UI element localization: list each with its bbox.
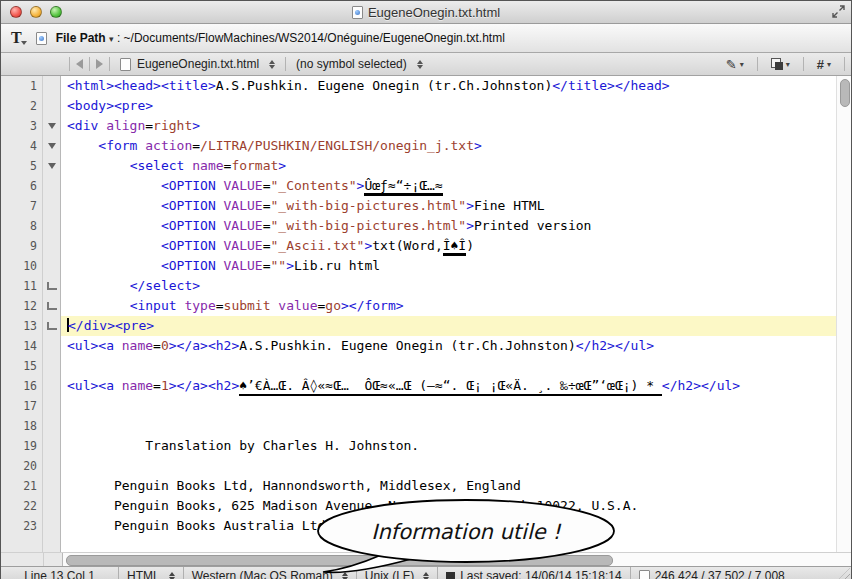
code-segment (67, 238, 161, 253)
code-line[interactable]: 12 <input type=submit value=go></form> (1, 296, 836, 316)
code-segment: <body><pre> (67, 98, 153, 113)
vertical-scrollbar-thumb[interactable] (840, 79, 850, 107)
file-path[interactable]: File Path ▾ : ~/Documents/FlowMachines/W… (56, 31, 505, 45)
pencil-menu-button[interactable]: ✎ ▾ (719, 57, 751, 72)
code-line[interactable]: 8 <OPTION VALUE="_with-big-pictures.html… (1, 216, 836, 236)
code-text[interactable]: <OPTION VALUE="_with-big-pictures.html">… (61, 196, 836, 216)
code-text[interactable] (61, 456, 836, 476)
fold-end-marker[interactable] (43, 276, 61, 296)
code-text[interactable]: <input type=submit value=go></form> (61, 296, 836, 316)
code-text[interactable]: <html><head><title>A.S.Pushkin. Eugene O… (61, 76, 836, 96)
code-text[interactable]: <OPTION VALUE="_Contents">Ûœƒ≈“÷¡Œ…≈ (61, 176, 836, 196)
code-line[interactable]: 19 Translation by Charles H. Johnston. (1, 436, 836, 456)
navigation-bar: EugeneOnegin.txt.html (no symbol selecte… (1, 53, 851, 76)
code-area[interactable]: 1<html><head><title>A.S.Pushkin. Eugene … (1, 76, 836, 552)
code-text[interactable]: <select name=format> (61, 156, 836, 176)
fold-end-marker[interactable] (43, 296, 61, 316)
code-segment: </h2></ul> (662, 378, 740, 393)
code-line[interactable]: 4 <form action=/LITRA/PUSHKIN/ENGLISH/on… (1, 136, 836, 156)
code-text[interactable]: <OPTION VALUE="_Ascii.txt">txt(Word,Î♠Î) (61, 236, 836, 256)
gutter-cell (43, 196, 61, 216)
code-segment: align (106, 118, 145, 133)
annotated-text: Ûœƒ≈“÷¡Œ…≈ (364, 178, 442, 196)
code-segment: /LITRA/PUSHKIN/ENGLISH/onegin_j.txt (200, 138, 474, 153)
code-segment: "_Ascii.txt" (271, 238, 365, 253)
code-segment: submit (224, 298, 271, 313)
code-line[interactable]: 13</div><pre> (1, 316, 836, 336)
code-segment: VALUE (224, 198, 263, 213)
code-text[interactable]: </div><pre> (61, 316, 836, 336)
code-line[interactable]: 20 (1, 456, 836, 476)
code-segment: <ul><a (67, 338, 122, 353)
gutter (43, 536, 61, 552)
code-line[interactable]: 7 <OPTION VALUE="_with-big-pictures.html… (1, 196, 836, 216)
code-segment: = (263, 258, 271, 273)
code-text[interactable]: <OPTION VALUE="">Lib.ru html (61, 256, 836, 276)
code-segment: A.S.Pushkin. Eugene Onegin (tr.Ch.Johnst… (216, 78, 553, 93)
editor[interactable]: 1<html><head><title>A.S.Pushkin. Eugene … (1, 76, 851, 552)
code-text[interactable]: <OPTION VALUE="_with-big-pictures.html">… (61, 216, 836, 236)
code-text[interactable]: <div align=right> (61, 116, 836, 136)
code-line[interactable]: 2<body><pre> (1, 96, 836, 116)
fullscreen-icon[interactable] (832, 5, 845, 18)
code-segment: </select> (130, 278, 200, 293)
code-segment: go (325, 298, 341, 313)
code-text[interactable]: </select> (61, 276, 836, 296)
code-segment: > (474, 138, 482, 153)
code-text[interactable]: Translation by Charles H. Johnston. (61, 436, 836, 456)
line-number: 4 (1, 136, 43, 156)
code-text[interactable] (61, 416, 836, 436)
document-selector-label: EugeneOnegin.txt.html (137, 57, 259, 71)
code-line[interactable]: 18 (1, 416, 836, 436)
symbol-selector[interactable]: (no symbol selected) (292, 57, 427, 71)
document-proxy-icon (352, 6, 363, 19)
line-number: 17 (1, 396, 43, 416)
forward-button[interactable] (96, 59, 103, 69)
code-segment (67, 278, 130, 293)
code-segment (67, 138, 98, 153)
code-line[interactable]: 1<html><head><title>A.S.Pushkin. Eugene … (1, 76, 836, 96)
code-segment: A.S.Pushkin. Eugene Onegin (tr.Ch.Johnst… (239, 338, 576, 353)
code-segment: name (122, 378, 153, 393)
code-text[interactable] (61, 356, 836, 376)
document-selector[interactable]: EugeneOnegin.txt.html (116, 57, 279, 71)
minimize-button[interactable] (30, 6, 42, 18)
code-line[interactable]: 3<div align=right> (1, 116, 836, 136)
chevron-down-icon: ▾ (827, 60, 831, 69)
zoom-button[interactable] (50, 6, 62, 18)
code-line[interactable]: 5 <select name=format> (1, 156, 836, 176)
character-counts: 246 424 / 37 502 / 7 008 (631, 567, 793, 579)
code-text[interactable]: <body><pre> (61, 96, 836, 116)
fold-end-marker[interactable] (43, 316, 61, 336)
line-number: 3 (1, 116, 43, 136)
language-dropdown[interactable]: HTML (119, 567, 184, 579)
code-segment: "_with-big-pictures.html" (271, 198, 467, 213)
code-line[interactable]: 10 <OPTION VALUE="">Lib.ru html (1, 256, 836, 276)
pencil-icon: ✎ (726, 57, 737, 72)
code-line[interactable]: 14<ul><a name=0></a><h2>A.S.Pushkin. Eug… (1, 336, 836, 356)
code-segment: type (184, 298, 215, 313)
back-button[interactable] (76, 59, 83, 69)
code-line[interactable]: 16<ul><a name=1></a><h2>♠’€À…Œ. Â◊«≈Œ… Ô… (1, 376, 836, 396)
code-text[interactable]: <ul><a name=0></a><h2>A.S.Pushkin. Eugen… (61, 336, 836, 356)
code-line[interactable]: 11 </select> (1, 276, 836, 296)
code-text[interactable]: <ul><a name=1></a><h2>♠’€À…Œ. Â◊«≈Œ… ÔŒ≈… (61, 376, 836, 396)
fold-marker[interactable] (43, 116, 61, 136)
code-text[interactable]: <form action=/LITRA/PUSHKIN/ENGLISH/oneg… (61, 136, 836, 156)
code-line[interactable]: 17 (1, 396, 836, 416)
code-line[interactable]: 9 <OPTION VALUE="_Ascii.txt">txt(Word,Î♠… (1, 236, 836, 256)
fold-marker[interactable] (43, 156, 61, 176)
close-button[interactable] (10, 6, 22, 18)
markers-menu-button[interactable]: ▾ (764, 58, 797, 70)
resize-grip[interactable] (834, 568, 850, 579)
line-number-menu-button[interactable]: # ▾ (810, 57, 838, 72)
code-text[interactable] (61, 396, 836, 416)
code-line[interactable]: 15 (1, 356, 836, 376)
text-options-icon[interactable]: T (11, 29, 27, 47)
code-line[interactable]: 6 <OPTION VALUE="_Contents">Ûœƒ≈“÷¡Œ…≈ (1, 176, 836, 196)
line-number: 13 (1, 316, 43, 336)
fold-marker[interactable] (43, 136, 61, 156)
vertical-scrollbar[interactable] (836, 76, 851, 552)
line-number: 1 (1, 76, 43, 96)
document-icon[interactable] (36, 32, 47, 45)
